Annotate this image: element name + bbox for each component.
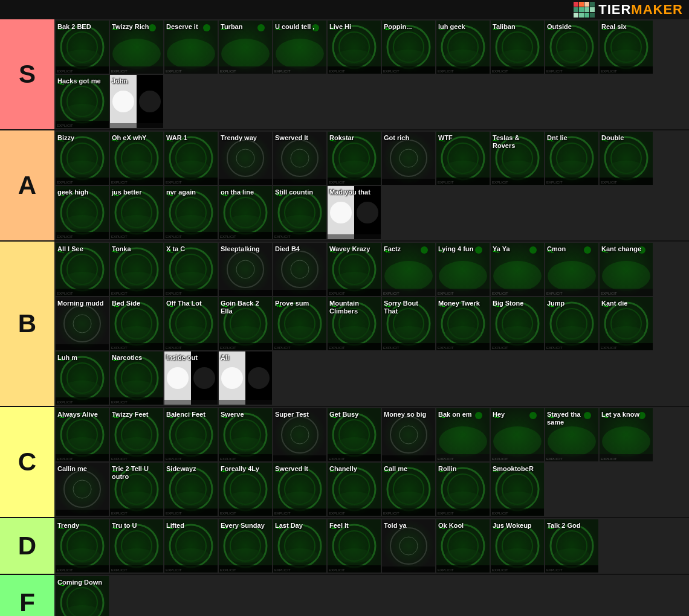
list-item[interactable]: 4L EXPLICIT Narcotics <box>110 351 163 405</box>
list-item[interactable]: Sleeptalking <box>219 243 272 296</box>
list-item[interactable]: 4L EXPLICIT Rokstar <box>328 132 381 185</box>
list-item[interactable]: Mad you that <box>328 186 381 239</box>
list-item[interactable]: 4L EXPLICIT Taliban <box>491 21 544 74</box>
list-item[interactable]: 4L EXPLICIT Balenci Feet <box>164 408 218 461</box>
list-item[interactable]: Super Test <box>273 408 326 461</box>
list-item[interactable]: 4L EXPLICIT Stayed tha same <box>545 408 598 461</box>
list-item[interactable]: 4L EXPLICIT Kant die <box>600 297 653 350</box>
tier-item-label: geek high <box>57 188 107 196</box>
list-item[interactable]: 4L EXPLICIT X ta C <box>164 243 218 296</box>
list-item[interactable]: 4L EXPLICIT Call me <box>382 463 435 516</box>
list-item[interactable]: 4L EXPLICIT Ok Kool <box>436 519 490 573</box>
svg-text:EXPLICIT: EXPLICIT <box>601 181 617 184</box>
list-item[interactable]: 4L EXPLICIT Swerve <box>219 408 272 461</box>
list-item[interactable]: 4L EXPLICIT Dnt lie <box>545 132 598 185</box>
list-item[interactable]: 4L EXPLICIT Money Twerk <box>436 297 490 350</box>
list-item[interactable]: 4L EXPLICIT SmooktobeR <box>491 463 544 516</box>
list-item[interactable]: 4L EXPLICIT WAR 1 <box>164 132 218 185</box>
list-item[interactable]: 4L EXPLICIT Live Hi <box>328 21 381 74</box>
svg-point-474 <box>445 492 481 506</box>
list-item[interactable]: 4L EXPLICIT Double <box>600 132 653 185</box>
list-item[interactable]: 4L EXPLICIT Teslas & Rovers <box>491 132 544 185</box>
list-item[interactable]: 4L EXPLICIT Oh eX whY <box>110 132 163 185</box>
list-item[interactable]: Trendy way <box>219 132 272 185</box>
list-item[interactable]: 4L EXPLICIT Trie 2 Tell U outro <box>110 463 163 516</box>
list-item[interactable]: 4L EXPLICIT Get Busy <box>328 408 381 461</box>
list-item[interactable]: 4L EXPLICIT Prove sum <box>273 297 326 350</box>
list-item[interactable]: 4L EXPLICIT on tha line <box>219 186 272 239</box>
tier-item-label: Bak 2 BED <box>57 23 107 31</box>
list-item[interactable]: 4L EXPLICIT Bak on em <box>436 408 490 461</box>
svg-text:EXPLICIT: EXPLICIT <box>438 69 454 73</box>
list-item[interactable]: 4L EXPLICIT Turban <box>219 21 272 74</box>
list-item[interactable]: 4L EXPLICIT Let ya know <box>600 408 653 461</box>
list-item[interactable]: 4L EXPLICIT All I See <box>56 243 109 296</box>
tier-item-label: Money so big <box>384 411 433 419</box>
list-item[interactable]: John <box>110 75 163 128</box>
list-item[interactable]: 4L EXPLICIT Every Sunday <box>219 519 272 573</box>
list-item[interactable]: 4L EXPLICIT Bak 2 BED <box>56 21 109 74</box>
list-item[interactable]: Told ya <box>382 519 435 573</box>
list-item[interactable]: 4L EXPLICIT Trendy <box>56 519 109 573</box>
list-item[interactable]: 4L EXPLICIT Still countin <box>273 186 326 239</box>
list-item[interactable]: 4L EXPLICIT Coming Down <box>56 576 109 616</box>
list-item[interactable]: 4L EXPLICIT Bizzy <box>56 132 109 185</box>
list-item[interactable]: 4L EXPLICIT jus better <box>110 186 163 239</box>
list-item[interactable]: 4L EXPLICIT Outside <box>545 21 598 74</box>
svg-point-407 <box>493 426 542 457</box>
tier-item-label: Double <box>601 134 651 142</box>
list-item[interactable]: 4L EXPLICIT WTF <box>436 132 490 185</box>
list-item[interactable]: Swerved It <box>273 132 326 185</box>
list-item[interactable]: 4L EXPLICIT Sorry Bout That <box>382 297 435 350</box>
svg-text:EXPLICIT: EXPLICIT <box>57 124 73 127</box>
list-item[interactable]: 4L EXPLICIT Rollin <box>436 463 490 516</box>
list-item[interactable]: 4L EXPLICIT Last Day <box>273 519 326 573</box>
list-item[interactable]: 4L EXPLICIT luh geek <box>436 21 490 74</box>
list-item[interactable]: 4L EXPLICIT Twizzy Feet <box>110 408 163 461</box>
list-item[interactable]: Morning mudd <box>56 297 109 350</box>
list-item[interactable]: All <box>219 351 272 405</box>
list-item[interactable]: 4L EXPLICIT Lifted <box>164 519 218 573</box>
list-item[interactable]: 4L EXPLICIT nvr again <box>164 186 218 239</box>
list-item[interactable]: 4L EXPLICIT Jump <box>545 297 598 350</box>
list-item[interactable]: 4L EXPLICIT Mountain Climbers <box>328 297 381 350</box>
list-item[interactable]: Inside out <box>164 351 218 405</box>
list-item[interactable]: 4L EXPLICIT Hacks got me <box>56 75 109 128</box>
list-item[interactable]: 4L EXPLICIT Kant change <box>600 243 653 296</box>
list-item[interactable]: 4L EXPLICIT Poppin... <box>382 21 435 74</box>
list-item[interactable]: 4L EXPLICIT Talk 2 God <box>545 519 598 573</box>
list-item[interactable]: 4L EXPLICIT Tonka <box>110 243 163 296</box>
list-item[interactable]: 4L EXPLICIT Chanelly <box>328 463 381 516</box>
list-item[interactable]: 4L EXPLICIT Bed Side <box>110 297 163 350</box>
list-item[interactable]: 4L EXPLICIT Off Tha Lot <box>164 297 218 350</box>
tier-item-label: Mountain Climbers <box>329 300 379 315</box>
list-item[interactable]: 4L EXPLICIT Deserve it <box>164 21 218 74</box>
list-item[interactable]: 4L EXPLICIT Lying 4 fun <box>436 243 490 296</box>
list-item[interactable]: 4L EXPLICIT Swerved It <box>273 463 326 516</box>
list-item[interactable]: 4L EXPLICIT Ya Ya <box>491 243 544 296</box>
list-item[interactable]: 4L EXPLICIT Factz <box>382 243 435 296</box>
list-item[interactable]: 4L EXPLICIT Tru to U <box>110 519 163 573</box>
list-item[interactable]: 4L EXPLICIT Luh m <box>56 351 109 405</box>
list-item[interactable]: 4L EXPLICIT U could tell , <box>273 21 326 74</box>
list-item[interactable]: 4L EXPLICIT Foreally 4Ly <box>219 463 272 516</box>
list-item[interactable]: Money so big <box>382 408 435 461</box>
list-item[interactable]: 4L EXPLICIT Feel It <box>328 519 381 573</box>
list-item[interactable]: 4L EXPLICIT Always Alive <box>56 408 109 461</box>
list-item[interactable]: 4L EXPLICIT Jus Wokeup <box>491 519 544 573</box>
svg-point-495 <box>118 548 155 563</box>
list-item[interactable]: 4L EXPLICIT Goin Back 2 Ella <box>219 297 272 350</box>
list-item[interactable]: 4L EXPLICIT Sidewayz <box>164 463 218 516</box>
list-item[interactable]: 4L EXPLICIT Twizzy Rich <box>110 21 163 74</box>
svg-point-204 <box>118 272 155 286</box>
list-item[interactable]: 4L EXPLICIT Real six <box>600 21 653 74</box>
list-item[interactable]: Got rich <box>382 132 435 185</box>
list-item[interactable]: 4L EXPLICIT Cmon <box>545 243 598 296</box>
list-item[interactable]: Died B4 <box>273 243 326 296</box>
tier-item-label: Narcotics <box>112 354 161 362</box>
list-item[interactable]: 4L EXPLICIT geek high <box>56 186 109 239</box>
list-item[interactable]: 4L EXPLICIT Hey <box>491 408 544 461</box>
list-item[interactable]: 4L EXPLICIT Big Stone <box>491 297 544 350</box>
list-item[interactable]: 4L EXPLICIT Wavey Krazy <box>328 243 381 296</box>
list-item[interactable]: Callin me <box>56 463 109 516</box>
